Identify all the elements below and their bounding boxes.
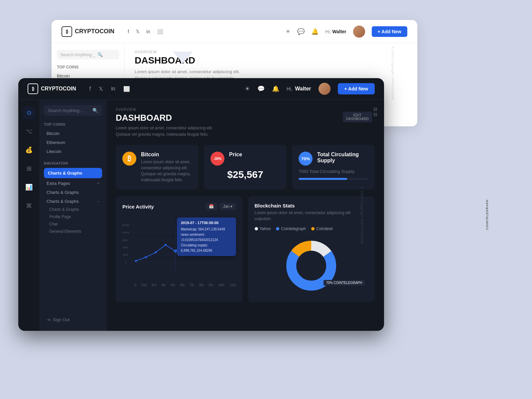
dark-greeting: Hi, Walter xyxy=(287,86,311,92)
nav-charts-graphs-active[interactable]: Charts & Graphs xyxy=(44,168,102,178)
dark-sun-icon[interactable]: ☀ xyxy=(245,85,250,92)
legend-coindesk: Coindesk xyxy=(311,226,333,231)
light-fb[interactable]: f xyxy=(128,29,129,35)
light-hi: Hi, Walter xyxy=(325,29,346,34)
bitcoin-card-info: Bitcoin Lorem ipsum dolor sit amet, cons… xyxy=(141,152,192,183)
bottom-row: Price Activity 📅 Jan ▾ 2019-07 - 17T06:0… xyxy=(116,196,375,302)
sidebar-chart-icon[interactable]: 📊 xyxy=(23,181,35,194)
legend-yahoo-label: Yahoo xyxy=(260,226,271,231)
donut-hole xyxy=(297,251,326,280)
blockchain-title: Blockchain Stats xyxy=(255,203,368,208)
blockchain-desc: Lorem ipsum dolor sit amet, consectetur … xyxy=(255,210,368,222)
nav-charts-graphs-3[interactable]: Charts & Graphs − xyxy=(44,197,102,206)
price-activity-title: Price Activity xyxy=(122,204,154,209)
supply-card: 70% Total Circulating Supply 7083 Total … xyxy=(292,145,375,190)
light-chat-icon[interactable]: 💬 xyxy=(297,28,305,35)
search-placeholder: Search Anything ... xyxy=(48,108,90,113)
bitcoin-desc: Lorem ipsum dolor sit amet, consectetur … xyxy=(141,159,192,183)
nav-bitcoin[interactable]: Bitcoin xyxy=(44,129,102,138)
svg-text:$80k: $80k xyxy=(122,239,128,242)
edit-dashboard-button[interactable]: EDIT DASHBOARD xyxy=(343,112,372,122)
price-activity-header: Price Activity 📅 Jan ▾ xyxy=(122,203,236,210)
x-label-10th: 10th xyxy=(218,283,224,287)
desc-line2: Quisque vel gravida magna, malesuada feu… xyxy=(116,132,208,137)
x-label-7th: 7th xyxy=(190,283,194,287)
icon-sidebar: ⊙ ⌥ 💰 ⊞ 📊 ⌘ xyxy=(18,100,40,331)
supply-progress-fill xyxy=(299,178,347,180)
blockchain-stats-card: Blockchain Stats Lorem ipsum dolor sit a… xyxy=(248,196,375,302)
edit-dashboard-area: EDIT DASHBOARD ⊟⊟ xyxy=(373,106,377,117)
sidebar-wallet-icon[interactable]: 💰 xyxy=(23,144,35,156)
supply-card-header: 70% Total Circulating Supply xyxy=(299,152,368,166)
nav-profile-page[interactable]: Profile Page xyxy=(44,213,102,220)
light-logo: ₿ CRYPTOCOIN xyxy=(62,26,114,37)
search-box[interactable]: Search Anything ... 🔍 xyxy=(44,105,102,116)
legend-cointelegraph: Cointelegraph xyxy=(276,226,306,231)
x-label-4th: 4th xyxy=(161,283,166,287)
dark-ig-icon[interactable]: ⬜ xyxy=(123,86,130,92)
sidebar-dashboard-icon[interactable]: ⊙ xyxy=(23,106,35,119)
tooltip-date: 2019-07 - 17T06:00:00 xyxy=(181,220,232,226)
chart-month-btn[interactable]: Jan ▾ xyxy=(220,203,236,210)
nav-charts-graphs-indent[interactable]: Charts & Graphs xyxy=(44,206,102,213)
x-label-9th: 9th xyxy=(208,283,213,287)
svg-text:$100k: $100k xyxy=(122,231,129,234)
nav-charts-graphs-2[interactable]: Charts & Graphs xyxy=(44,188,102,197)
search-button-icon[interactable]: 🔍 xyxy=(92,108,98,113)
nav-extra-pages[interactable]: Extra Pages + xyxy=(44,179,102,188)
donut-label: 70% COINTELEGRAPH xyxy=(324,280,365,286)
nav-extra-pages-label: Extra Pages xyxy=(47,181,70,186)
dark-app-name: CRYPTOCOIN xyxy=(41,86,76,92)
dark-avatar-img xyxy=(319,83,331,95)
light-bell-icon[interactable]: 🔔 xyxy=(311,28,319,35)
supply-number: 7083 Total Circulating Supply xyxy=(299,169,368,174)
dark-li-icon[interactable]: in xyxy=(111,86,115,92)
filter-icon[interactable]: ⊟⊟ xyxy=(373,106,377,117)
svg-text:$40k: $40k xyxy=(123,246,128,249)
chart-controls: 📅 Jan ▾ xyxy=(205,203,236,210)
legend-cointelegraph-label: Cointelegraph xyxy=(281,226,306,231)
light-li[interactable]: in xyxy=(146,29,150,35)
sidebar-network-icon[interactable]: ⌥ xyxy=(23,125,35,138)
sign-out-label: Sign Out xyxy=(53,317,70,322)
chart-point-1[interactable] xyxy=(145,256,147,258)
page-wrapper: ₿ CRYPTOCOIN f 𝕏 in ⬜ ☀ 💬 🔔 Hi, Walter +… xyxy=(0,0,532,399)
dark-bell-icon[interactable]: 🔔 xyxy=(272,85,279,92)
legend-coindesk-label: Coindesk xyxy=(316,226,333,231)
chart-calendar-btn[interactable]: 📅 xyxy=(205,203,217,210)
light-ig[interactable]: ⬜ xyxy=(157,29,163,35)
supply-badge: 70% xyxy=(299,152,313,166)
tooltip-sentiment: news sentiment: -0.010951676642012124 xyxy=(181,232,232,243)
nav-litecoin[interactable]: Litecoin xyxy=(44,147,102,156)
sidebar-exchange-icon[interactable]: ⊞ xyxy=(23,162,35,175)
dark-add-button[interactable]: + Add New xyxy=(338,83,375,94)
bitcoin-card: ₿ Bitcoin Lorem ipsum dolor sit amet, co… xyxy=(116,145,199,190)
donut-chart-svg xyxy=(278,236,344,296)
svg-text:$120k: $120k xyxy=(122,224,129,227)
dark-fb-icon[interactable]: f xyxy=(89,86,91,92)
nav-chat[interactable]: Chat xyxy=(44,220,102,228)
dark-username: Walter xyxy=(295,86,311,91)
chart-point-0[interactable] xyxy=(135,260,137,262)
nav-ethereum[interactable]: Ethereum xyxy=(44,138,102,147)
dashboard-title: DASHBOARD xyxy=(116,113,375,123)
price-value: $25,567 xyxy=(210,169,280,180)
light-nav: f 𝕏 in ⬜ xyxy=(128,29,163,35)
light-add-button[interactable]: + Add New xyxy=(372,26,407,37)
sidebar-connect-icon[interactable]: ⌘ xyxy=(23,200,35,212)
chart-point-2[interactable] xyxy=(155,251,157,253)
light-tw[interactable]: 𝕏 xyxy=(136,29,140,35)
chart-point-3[interactable] xyxy=(165,244,167,246)
light-right-header: ☀ 💬 🔔 Hi, Walter + Add New xyxy=(285,26,407,38)
nav-general-elements[interactable]: General Elements xyxy=(44,228,102,235)
light-copyright: © 2019 Copyright CRYPTOCOIN xyxy=(391,47,394,99)
bitcoin-card-header: ₿ Bitcoin Lorem ipsum dolor sit amet, co… xyxy=(122,152,192,183)
dark-chat-icon[interactable]: 💬 xyxy=(257,85,265,92)
light-search-box[interactable]: Search Anything _ 🔍 xyxy=(57,50,119,60)
light-sun-icon[interactable]: ☀ xyxy=(285,28,291,35)
nav-sidebar: Search Anything ... 🔍 TOP COINS Bitcoin … xyxy=(40,100,106,331)
x-label-0: 0 xyxy=(134,283,136,287)
sign-out-button[interactable]: ⇥ Sign Out xyxy=(44,314,102,326)
dashboard-desc: Lorem ipsum dolor sit amet, consectetur … xyxy=(116,125,375,138)
dark-tw-icon[interactable]: 𝕏 xyxy=(99,86,103,92)
